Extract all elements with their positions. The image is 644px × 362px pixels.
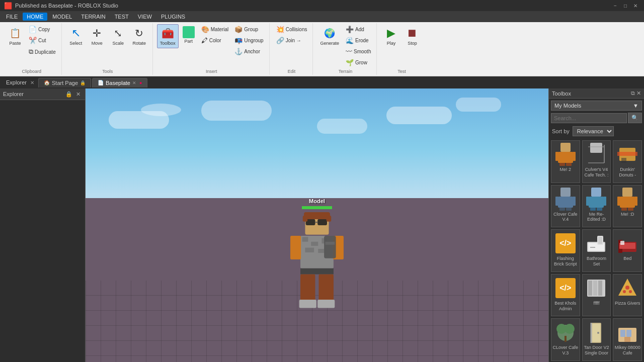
minimize-button[interactable]: − bbox=[611, 1, 620, 10]
duplicate-button[interactable]: ⧉ Duplicate bbox=[26, 46, 58, 57]
toolbox-item-1[interactable]: Culver's V4 Cafe Tech. : bbox=[582, 140, 611, 183]
svg-rect-43 bbox=[586, 197, 589, 206]
svg-rect-24 bbox=[555, 152, 558, 161]
select-icon: ↖ bbox=[69, 26, 83, 40]
anchor-button[interactable]: ⚓ Anchor bbox=[232, 46, 266, 57]
ungroup-button[interactable]: 📭 Ungroup bbox=[232, 35, 266, 46]
explorer-close-button[interactable]: ✕ bbox=[74, 90, 82, 98]
toolbox-button[interactable]: 🧰 Toolbox bbox=[157, 24, 179, 48]
toolbox-item-13[interactable]: Tan Door V2 Single Door bbox=[582, 318, 611, 361]
toolbox-item-0[interactable]: Me! 2 bbox=[551, 140, 580, 183]
rotate-button[interactable]: ↻ Rotate bbox=[129, 24, 149, 48]
close-button[interactable]: ✕ bbox=[631, 1, 640, 10]
roblox-logo-icon: 🟥 bbox=[4, 2, 12, 10]
maximize-button[interactable]: □ bbox=[621, 1, 630, 10]
explorer-title: Explorer bbox=[3, 91, 24, 97]
script-icon-6: </> bbox=[555, 233, 576, 253]
menu-item-model[interactable]: MODEL bbox=[48, 13, 76, 21]
explorer-close-icon[interactable]: ✕ bbox=[30, 80, 34, 85]
generate-button[interactable]: 🌍 Generate bbox=[317, 24, 342, 48]
smooth-button[interactable]: 〰 Smooth bbox=[343, 46, 373, 57]
generate-icon: 🌍 bbox=[323, 26, 337, 40]
window-controls: − □ ✕ bbox=[611, 1, 640, 10]
start-page-icon: 🏠 bbox=[44, 80, 50, 85]
toolbox-item-2[interactable]: Dunkin' Donuts - bbox=[613, 140, 642, 183]
toolbox-item-14[interactable]: Mikey 08000 Cafe bbox=[613, 318, 642, 361]
menu-item-file[interactable]: FILE bbox=[2, 13, 22, 21]
toolbox-label-12: CLover Cafe V.3 bbox=[552, 345, 579, 356]
svg-rect-33 bbox=[617, 152, 637, 156]
grow-button[interactable]: 🌱 Grow bbox=[343, 57, 373, 68]
toolbox-item-12[interactable]: CLover Cafe V.3 bbox=[551, 318, 580, 361]
ribbon-tools-group: ↖ Select ✛ Move ⤡ Scale ↻ Rotate Tools bbox=[63, 23, 153, 75]
svg-rect-26 bbox=[559, 163, 565, 166]
edit-label: Edit bbox=[288, 68, 296, 74]
toolbox-item-7[interactable]: Bathroom Set bbox=[582, 229, 611, 272]
add-terrain-button[interactable]: ➕ Add bbox=[343, 24, 373, 35]
sort-dropdown[interactable]: Relevance bbox=[573, 126, 614, 136]
toolbox-item-8[interactable]: Bed bbox=[613, 229, 642, 272]
color-icon: 🖍 bbox=[201, 37, 208, 44]
toolbox-item-5[interactable]: Me! :D bbox=[613, 185, 642, 228]
toolbox-item-10[interactable]: fffff bbox=[582, 274, 611, 317]
stop-button[interactable]: ⏹ Stop bbox=[402, 24, 422, 48]
collisions-button[interactable]: 💥 Collisions bbox=[274, 24, 310, 35]
explorer-lock-button[interactable]: 🔒 bbox=[65, 90, 73, 98]
svg-rect-47 bbox=[622, 188, 632, 197]
copy-button[interactable]: 📄 Copy bbox=[26, 24, 58, 35]
cloud-2 bbox=[141, 104, 181, 116]
svg-rect-17 bbox=[300, 268, 334, 275]
toolbox-item-6[interactable]: </> Flashing Brick Script bbox=[551, 229, 580, 272]
toolbox-item-9[interactable]: </> Best Khols Admin bbox=[551, 274, 580, 317]
tab-explorer[interactable]: Explorer ✕ bbox=[2, 79, 38, 85]
menu-item-test[interactable]: TEST bbox=[111, 13, 133, 21]
material-button[interactable]: 🎨 Material bbox=[199, 24, 231, 35]
scale-icon: ⤡ bbox=[111, 26, 125, 40]
explorer-tab-label: Explorer bbox=[6, 79, 27, 85]
toolbox-search-button[interactable]: 🔍 bbox=[628, 113, 642, 123]
rotate-icon: ↻ bbox=[132, 26, 146, 40]
toolbox-expand-button[interactable]: ⧉ bbox=[631, 90, 635, 97]
toolbox-item-3[interactable]: Clover Cafe V.4 bbox=[551, 185, 580, 228]
group-button[interactable]: 📦 Group bbox=[232, 24, 266, 35]
toolbox-grid: Me! 2 Culver's V4 Cafe Tech. : bbox=[549, 138, 644, 362]
scale-button[interactable]: ⤡ Scale bbox=[108, 24, 128, 48]
erode-button[interactable]: 🌊 Erode bbox=[343, 35, 373, 46]
svg-rect-2 bbox=[317, 220, 327, 226]
paste-button[interactable]: 📋 Paste bbox=[5, 24, 25, 48]
svg-rect-48 bbox=[620, 197, 635, 208]
join-button[interactable]: 🔗 Join → bbox=[274, 35, 310, 46]
move-button[interactable]: ✛ Move bbox=[87, 24, 107, 48]
part-button[interactable]: Part bbox=[180, 24, 198, 46]
toolbox-item-11[interactable]: Pizza Givers bbox=[613, 274, 642, 317]
erode-icon: 🌊 bbox=[346, 37, 354, 44]
ungroup-icon: 📭 bbox=[234, 37, 243, 44]
toolbox-label-0: Me! 2 bbox=[560, 167, 572, 172]
menu-item-home[interactable]: HOME bbox=[23, 13, 47, 21]
select-button[interactable]: ↖ Select bbox=[66, 24, 86, 48]
svg-rect-39 bbox=[559, 208, 565, 211]
toolbox-label-13: Tan Door V2 Single Door bbox=[584, 345, 610, 356]
toolbox-close-button[interactable]: ✕ bbox=[636, 90, 641, 97]
cloud-5 bbox=[386, 107, 452, 124]
menu-item-terrain[interactable]: TERRAIN bbox=[77, 13, 109, 21]
toolbox-search-input[interactable] bbox=[551, 113, 627, 123]
baseplate-close-icon[interactable]: ✕ bbox=[132, 80, 136, 85]
svg-point-76 bbox=[597, 332, 599, 334]
tab-start-page[interactable]: 🏠 Start Page 🔒 bbox=[38, 78, 91, 87]
color-button[interactable]: 🖍 Color bbox=[199, 35, 231, 46]
cut-button[interactable]: ✂️ Cut bbox=[26, 35, 58, 46]
terrain-label: Terrain bbox=[339, 68, 353, 74]
tools-label: Tools bbox=[102, 68, 113, 74]
toolbox-category-dropdown[interactable]: My Models ▼ bbox=[551, 101, 642, 111]
svg-rect-21 bbox=[317, 300, 335, 308]
menu-item-plugins[interactable]: PLUGINS bbox=[157, 13, 189, 21]
toolbox-item-4[interactable]: Me Re-Edited :D bbox=[582, 185, 611, 228]
play-button[interactable]: ▶ Play bbox=[381, 24, 401, 48]
menu-item-view[interactable]: VIEW bbox=[134, 13, 156, 21]
svg-rect-8 bbox=[302, 237, 308, 242]
tab-baseplate[interactable]: 📄 Baseplate ✕ ● bbox=[92, 78, 147, 87]
smooth-icon: 〰 bbox=[346, 48, 352, 55]
svg-rect-57 bbox=[598, 237, 602, 244]
character-container: Model bbox=[287, 198, 347, 313]
